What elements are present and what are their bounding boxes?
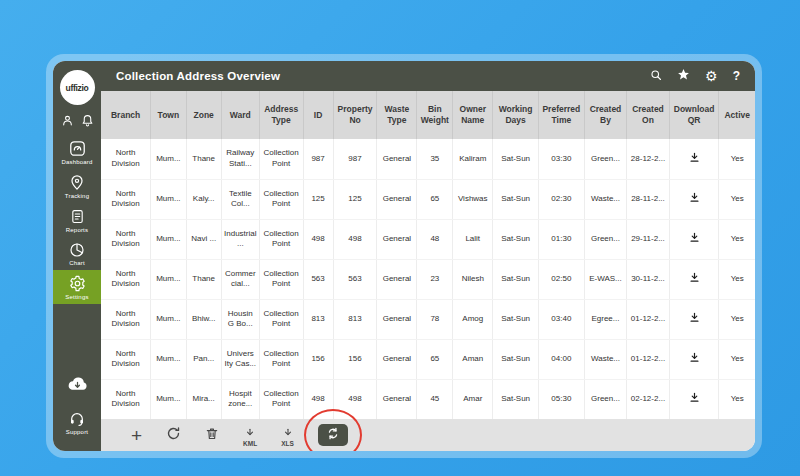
cell-download_qr[interactable] xyxy=(669,259,719,299)
column-header-town[interactable]: Town xyxy=(151,91,186,139)
app-window: uffizio xyxy=(46,54,762,458)
cell-address_type: Collection Point xyxy=(259,339,303,379)
cell-ward: Textile Col... xyxy=(221,179,259,219)
table-row[interactable]: North DivisionMum...ThaneCommercial...Co… xyxy=(101,259,755,299)
cell-zone: Pan... xyxy=(186,339,221,379)
download-qr-icon[interactable] xyxy=(689,312,700,326)
cell-created_on: 29-11-2... xyxy=(627,219,670,259)
search-icon[interactable] xyxy=(650,67,662,85)
cell-waste_type: General xyxy=(377,259,417,299)
column-header-zone[interactable]: Zone xyxy=(186,91,221,139)
cell-bin_weight: 45 xyxy=(417,379,453,419)
delete-button[interactable] xyxy=(205,426,219,445)
sidebar-item-dashboard[interactable]: Dashboard xyxy=(53,135,101,169)
cell-download_qr[interactable] xyxy=(669,139,719,179)
refresh-button[interactable] xyxy=(166,426,181,445)
column-header-download_qr[interactable]: Download QR xyxy=(669,91,719,139)
sidebar-item-settings[interactable]: Settings xyxy=(53,270,101,304)
table-row[interactable]: North DivisionMum...Navi ...Industrial..… xyxy=(101,219,755,259)
sidebar-item-label: Chart xyxy=(69,260,85,266)
cell-town: Mum... xyxy=(151,299,186,339)
cloud-download-icon xyxy=(67,376,88,392)
cell-preferred_time: 05:30 xyxy=(538,379,584,419)
cell-created_by: Waste... xyxy=(584,339,627,379)
cell-preferred_time: 03:30 xyxy=(538,139,584,179)
uffizio-logo[interactable]: uffizio xyxy=(60,70,95,105)
cell-owner_name: Vishwas xyxy=(453,179,493,219)
cell-download_qr[interactable] xyxy=(669,339,719,379)
cell-id: 563 xyxy=(303,259,333,299)
cell-address_type: Collection Point xyxy=(259,299,303,339)
xls-label: XLS xyxy=(281,440,294,447)
export-kml-button[interactable]: KML xyxy=(243,423,257,447)
column-header-property_no[interactable]: Property No xyxy=(333,91,377,139)
cell-bin_weight: 23 xyxy=(417,259,453,299)
cell-created_by: Green... xyxy=(584,219,627,259)
column-header-owner_name[interactable]: Owner Name xyxy=(453,91,493,139)
column-header-bin_weight[interactable]: Bin Weight xyxy=(417,91,453,139)
cell-zone: Thane xyxy=(186,139,221,179)
sidebar-item-reports[interactable]: Reports xyxy=(53,203,101,237)
column-header-active[interactable]: Active xyxy=(719,91,755,139)
column-header-waste_type[interactable]: Waste Type xyxy=(377,91,417,139)
download-qr-icon[interactable] xyxy=(689,232,700,246)
settings-gear-icon xyxy=(69,275,86,292)
help-icon[interactable]: ? xyxy=(733,69,740,83)
cell-bin_weight: 65 xyxy=(417,339,453,379)
bell-icon[interactable] xyxy=(81,114,94,127)
sync-window-button[interactable] xyxy=(318,424,348,446)
cell-property_no: 125 xyxy=(333,179,377,219)
favorite-star-icon[interactable] xyxy=(677,67,690,85)
cell-download_qr[interactable] xyxy=(669,219,719,259)
table-header-row: BranchTownZoneWardAddress TypeIDProperty… xyxy=(101,91,755,139)
column-header-preferred_time[interactable]: Preferred Time xyxy=(538,91,584,139)
column-header-ward[interactable]: Ward xyxy=(221,91,259,139)
add-button[interactable]: + xyxy=(131,426,142,445)
cell-active: Yes xyxy=(719,139,755,179)
cell-branch: North Division xyxy=(101,259,151,299)
cell-created_by: Green... xyxy=(584,379,627,419)
cell-working_days: Sat-Sun xyxy=(493,219,539,259)
cell-address_type: Collection Point xyxy=(259,179,303,219)
cell-branch: North Division xyxy=(101,379,151,419)
cell-download_qr[interactable] xyxy=(669,379,719,419)
sidebar-item-chart[interactable]: Chart xyxy=(53,237,101,270)
cell-town: Mum... xyxy=(151,219,186,259)
sidebar-item-tracking[interactable]: Tracking xyxy=(53,169,101,203)
trash-icon xyxy=(205,426,219,445)
table-row[interactable]: North DivisionMum...Mira...Hospit zone..… xyxy=(101,379,755,419)
cell-address_type: Collection Point xyxy=(259,379,303,419)
column-header-branch[interactable]: Branch xyxy=(101,91,151,139)
cell-branch: North Division xyxy=(101,219,151,259)
export-xls-button[interactable]: XLS xyxy=(281,423,294,447)
table-row[interactable]: North DivisionMum...Pan...Univers Ity Ca… xyxy=(101,339,755,379)
cell-download_qr[interactable] xyxy=(669,179,719,219)
table-row[interactable]: North DivisionMum...ThaneRailway Stati..… xyxy=(101,139,755,179)
cell-active: Yes xyxy=(719,219,755,259)
cell-working_days: Sat-Sun xyxy=(493,299,539,339)
table-row[interactable]: North DivisionMum...Bhiw...Housin G Bo..… xyxy=(101,299,755,339)
sidebar-item-support[interactable]: Support xyxy=(53,406,101,439)
column-header-created_by[interactable]: Created By xyxy=(584,91,627,139)
cloud-download-button[interactable] xyxy=(53,371,101,396)
download-qr-icon[interactable] xyxy=(689,152,700,166)
download-qr-icon[interactable] xyxy=(689,272,700,286)
cell-zone: Mira... xyxy=(186,379,221,419)
download-qr-icon[interactable] xyxy=(689,352,700,366)
user-icon[interactable] xyxy=(61,114,74,127)
cell-owner_name: Kaliram xyxy=(453,139,493,179)
column-header-id[interactable]: ID xyxy=(303,91,333,139)
download-qr-icon[interactable] xyxy=(689,392,700,406)
table-row[interactable]: North DivisionMum...Kaly...Textile Col..… xyxy=(101,179,755,219)
cell-id: 125 xyxy=(303,179,333,219)
cell-ward: Hospit zone... xyxy=(221,379,259,419)
cell-property_no: 813 xyxy=(333,299,377,339)
settings-icon[interactable]: ⚙ xyxy=(705,69,718,83)
column-header-created_on[interactable]: Created On xyxy=(627,91,670,139)
cell-download_qr[interactable] xyxy=(669,299,719,339)
column-header-working_days[interactable]: Working Days xyxy=(493,91,539,139)
cell-created_on: 02-12-2... xyxy=(627,379,670,419)
cell-created_on: 01-12-2... xyxy=(627,299,670,339)
column-header-address_type[interactable]: Address Type xyxy=(259,91,303,139)
download-qr-icon[interactable] xyxy=(689,192,700,206)
